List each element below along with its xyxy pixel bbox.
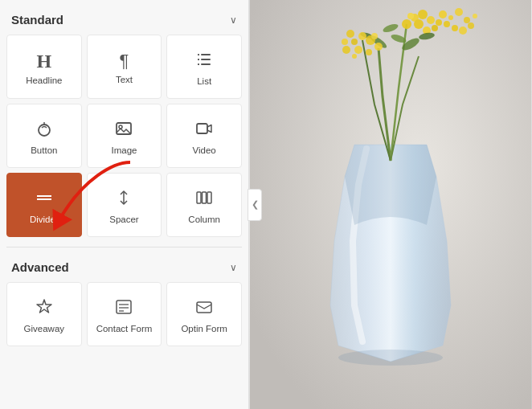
text-icon: ¶: [120, 52, 129, 70]
standard-chevron-icon[interactable]: ∨: [230, 14, 237, 26]
image-icon: [115, 120, 133, 141]
svg-point-56: [352, 54, 357, 59]
optin-form-icon: [195, 298, 213, 319]
widget-image[interactable]: Image: [87, 104, 162, 168]
text-label: Text: [116, 75, 133, 84]
widget-text[interactable]: ¶ Text: [87, 35, 162, 99]
svg-point-59: [459, 27, 467, 35]
svg-rect-22: [197, 302, 211, 313]
widget-list[interactable]: List: [166, 35, 242, 99]
vase-image: [249, 0, 532, 409]
svg-point-61: [473, 14, 477, 18]
svg-point-54: [342, 39, 348, 45]
svg-point-55: [342, 46, 350, 54]
widget-video[interactable]: Video: [166, 104, 242, 168]
svg-point-52: [371, 33, 378, 39]
svg-rect-2: [201, 63, 211, 65]
standard-section-title: Standard: [11, 13, 63, 27]
list-icon: [195, 51, 213, 72]
svg-point-27: [402, 19, 411, 29]
svg-point-53: [346, 30, 354, 38]
widget-optin-form[interactable]: Optin Form: [166, 282, 242, 346]
svg-rect-16: [207, 192, 211, 203]
column-icon: [195, 189, 213, 210]
vase-svg: [249, 0, 532, 409]
svg-point-33: [414, 19, 424, 29]
svg-rect-5: [198, 63, 199, 65]
optin-form-label: Optin Form: [181, 324, 227, 333]
giveaway-icon: [35, 298, 53, 319]
button-icon: [35, 120, 53, 141]
svg-point-29: [418, 10, 428, 19]
svg-point-46: [374, 43, 383, 51]
svg-rect-0: [201, 54, 211, 55]
widget-button[interactable]: Button: [6, 104, 82, 168]
svg-rect-1: [201, 59, 211, 60]
list-label: List: [197, 76, 211, 86]
preview-panel: [249, 0, 532, 409]
svg-rect-4: [198, 59, 199, 60]
widget-giveaway[interactable]: Giveaway: [6, 282, 82, 346]
svg-point-30: [427, 16, 435, 24]
svg-point-48: [358, 32, 366, 40]
image-label: Image: [112, 145, 137, 155]
video-icon: [195, 120, 213, 141]
advanced-section-header: Advanced ∨: [6, 257, 242, 282]
widget-spacer[interactable]: Spacer: [87, 173, 162, 237]
divider-icon: [35, 189, 53, 210]
svg-point-39: [452, 25, 458, 31]
collapse-chevron-icon: ❮: [252, 199, 259, 210]
svg-point-34: [407, 13, 414, 19]
giveaway-label: Giveaway: [24, 324, 65, 333]
svg-point-50: [354, 46, 362, 54]
svg-point-35: [436, 19, 442, 26]
advanced-chevron-icon[interactable]: ∨: [230, 262, 237, 273]
advanced-section-title: Advanced: [11, 260, 69, 274]
standard-widget-grid: H Headline ¶ Text List: [6, 35, 242, 237]
spacer-icon: [115, 189, 133, 210]
advanced-widget-grid: Giveaway Contact Form Optin: [6, 282, 242, 346]
svg-point-58: [464, 17, 470, 23]
section-divider: [6, 247, 242, 247]
svg-point-31: [432, 25, 438, 31]
widget-contact-form[interactable]: Contact Form: [87, 282, 162, 346]
svg-marker-17: [37, 300, 51, 313]
svg-rect-3: [198, 54, 199, 55]
widget-panel: Standard ∨ H Headline ¶ Text: [0, 0, 249, 409]
svg-rect-10: [197, 124, 207, 133]
svg-point-38: [448, 15, 453, 20]
headline-icon: H: [36, 51, 51, 71]
widget-divider[interactable]: Divider: [6, 173, 82, 237]
column-label: Column: [188, 215, 220, 224]
widget-headline[interactable]: H Headline: [6, 35, 82, 99]
svg-point-51: [366, 49, 372, 55]
svg-rect-15: [203, 192, 207, 203]
standard-section-header: Standard ∨: [6, 10, 242, 35]
svg-point-49: [351, 39, 358, 45]
svg-point-26: [338, 350, 443, 366]
svg-point-36: [439, 10, 447, 18]
headline-label: Headline: [26, 76, 62, 85]
widget-column[interactable]: Column: [166, 173, 242, 237]
svg-point-57: [455, 8, 463, 16]
video-label: Video: [193, 145, 216, 155]
spacer-label: Spacer: [109, 215, 138, 224]
svg-rect-14: [197, 192, 201, 203]
svg-point-60: [468, 22, 474, 29]
button-label: Button: [31, 145, 57, 155]
contact-form-icon: [115, 298, 133, 319]
divider-label: Divider: [30, 215, 59, 224]
contact-form-label: Contact Form: [96, 324, 153, 333]
svg-point-37: [444, 21, 450, 27]
panel-collapse-handle[interactable]: ❮: [248, 189, 262, 221]
